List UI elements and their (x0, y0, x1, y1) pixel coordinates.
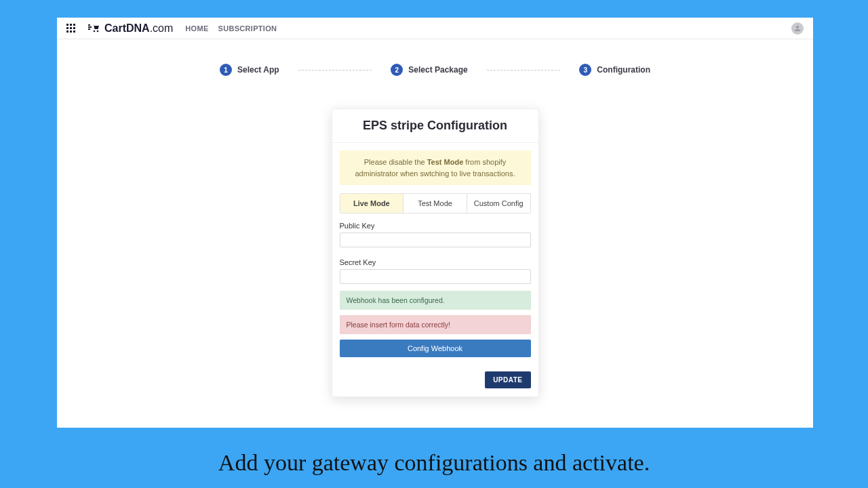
svg-point-0 (94, 30, 96, 32)
alert-test-mode-warning: Please disable the Test Mode from shopif… (340, 150, 531, 185)
step-select-app: 1 Select App (220, 64, 279, 76)
step-select-package: 2 Select Package (391, 64, 467, 76)
tab-custom-config[interactable]: Custom Config (467, 194, 530, 213)
tab-live-mode[interactable]: Live Mode (340, 194, 404, 213)
step-number-1: 1 (220, 64, 232, 76)
card-title: EPS stripe Configuration (332, 109, 538, 143)
app-window: CartDNA.com HOME SUBSCRIPTION 1 Select A… (57, 18, 813, 428)
stepper: 1 Select App 2 Select Package 3 Configur… (220, 64, 650, 76)
apps-grid-icon[interactable] (66, 24, 76, 33)
mode-tabs: Live Mode Test Mode Custom Config (340, 193, 531, 214)
svg-point-1 (97, 30, 99, 32)
step-divider (298, 70, 372, 70)
tab-test-mode[interactable]: Test Mode (403, 194, 467, 213)
step-divider (487, 70, 561, 70)
public-key-input[interactable] (340, 232, 531, 247)
secret-key-input[interactable] (340, 269, 531, 284)
update-button[interactable]: UPDATE (485, 371, 530, 388)
step-number-2: 2 (391, 64, 403, 76)
logo[interactable]: CartDNA.com (88, 22, 173, 35)
card-body: Please disable the Test Mode from shopif… (332, 143, 538, 365)
user-avatar-icon[interactable] (791, 22, 804, 35)
step-configuration: 3 Configuration (579, 64, 650, 76)
alert-form-error: Please insert form data correctly! (340, 315, 531, 334)
step-number-3: 3 (579, 64, 591, 76)
logo-cart-icon (88, 24, 103, 33)
logo-text-brand: CartDNA (104, 22, 150, 35)
config-webhook-button[interactable]: Config Webhook (340, 340, 531, 357)
topbar: CartDNA.com HOME SUBSCRIPTION (57, 18, 813, 39)
alert-webhook-configured: Webhook has been configured. (340, 291, 531, 310)
config-card: EPS stripe Configuration Please disable … (332, 108, 539, 397)
secret-key-label: Secret Key (340, 258, 531, 266)
slide-caption: Add your gateway configurations and acti… (0, 450, 868, 476)
main-content: 1 Select App 2 Select Package 3 Configur… (57, 39, 813, 413)
nav-home[interactable]: HOME (185, 24, 208, 33)
card-actions: UPDATE (332, 365, 538, 396)
logo-text-suffix: .com (150, 22, 174, 35)
public-key-label: Public Key (340, 222, 531, 230)
nav-subscription[interactable]: SUBSCRIPTION (218, 24, 277, 33)
